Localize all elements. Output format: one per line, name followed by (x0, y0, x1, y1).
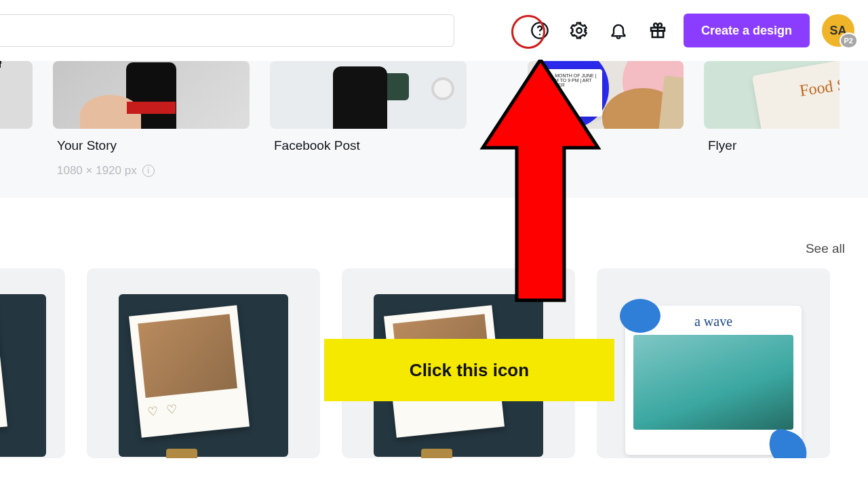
template-thumbnail: ALL MONTH OF JUNE | 10 AM TO 9 PM | ART … (528, 61, 684, 129)
avatar-badge: P2 (840, 33, 858, 49)
svg-point-2 (576, 28, 581, 33)
header-icons-group: Create a design SA P2 (526, 14, 854, 47)
template-label: Facebook Post (270, 138, 467, 153)
create-design-button[interactable]: Create a design (684, 14, 810, 47)
template-card-flyer[interactable]: Food S Flyer (704, 61, 840, 178)
template-thumbnail (53, 61, 250, 129)
info-icon: i (142, 165, 155, 177)
gift-icon[interactable] (644, 17, 671, 44)
recent-design-card[interactable]: a wave (597, 268, 830, 458)
template-label: Flyer (704, 138, 840, 153)
template-dimensions: 1080 × 1920 px i (53, 164, 250, 178)
bell-icon[interactable] (605, 17, 632, 44)
see-all-link[interactable]: See all (0, 198, 868, 268)
template-card-poster[interactable]: ALL MONTH OF JUNE | 10 AM TO 9 PM | ART … (487, 61, 684, 178)
template-type-row: Your Story 1080 × 1920 px i Facebook Pos… (0, 61, 868, 198)
recent-design-card[interactable] (342, 268, 575, 458)
template-card-facebook-post[interactable]: Facebook Post (270, 61, 467, 178)
header-bar: Create a design SA P2 (0, 0, 868, 61)
template-label: Your Story (53, 138, 250, 153)
search-input[interactable] (0, 14, 454, 47)
recent-designs-row: ♡ ♡ a wave (0, 268, 868, 458)
recent-design-card[interactable] (0, 268, 65, 458)
svg-point-1 (539, 34, 540, 35)
template-thumbnail (270, 61, 467, 129)
template-thumbnail: Food S (704, 61, 840, 129)
avatar[interactable]: SA P2 (822, 14, 854, 47)
template-card-partial[interactable] (0, 61, 33, 178)
recent-design-card[interactable]: ♡ ♡ (87, 268, 320, 458)
help-icon[interactable] (526, 17, 553, 44)
gear-icon[interactable] (566, 17, 593, 44)
template-card-your-story[interactable]: Your Story 1080 × 1920 px i (53, 61, 250, 178)
